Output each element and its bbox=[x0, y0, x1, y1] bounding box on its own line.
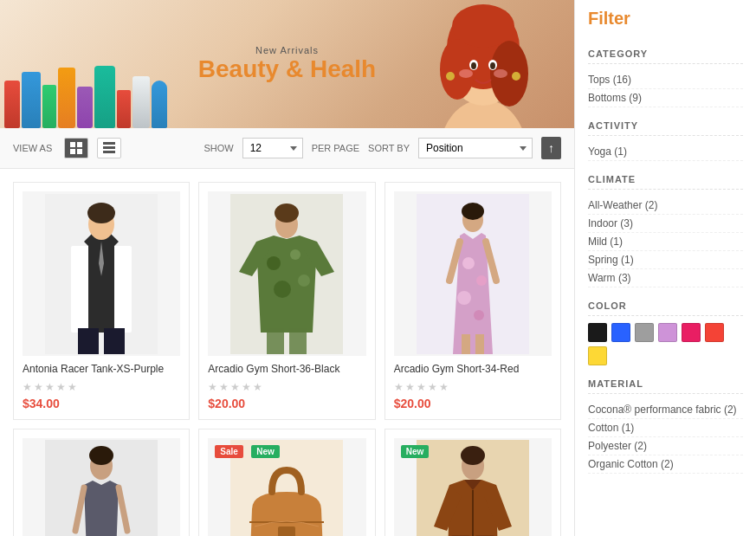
product-card: New bbox=[384, 429, 561, 536]
svg-rect-55 bbox=[278, 526, 295, 536]
filter-item[interactable]: Tops (16) bbox=[588, 71, 743, 89]
svg-rect-26 bbox=[78, 328, 99, 354]
product-stars: ★★ ★★ ★ bbox=[208, 381, 365, 393]
svg-point-11 bbox=[446, 72, 455, 81]
product-image[interactable] bbox=[208, 191, 365, 356]
color-swatch-gray[interactable] bbox=[635, 323, 654, 342]
list-view-button[interactable] bbox=[97, 138, 121, 158]
svg-point-34 bbox=[298, 274, 310, 287]
product-name: Antonia Racer Tank-XS-Purple bbox=[23, 363, 180, 377]
product-card: Sale New bbox=[198, 429, 375, 536]
banner-subtitle: New Arrivals bbox=[198, 45, 376, 55]
svg-point-6 bbox=[452, 4, 514, 48]
banner-model bbox=[410, 0, 557, 128]
product-card: Arcadio Gym Short-36-Black ★★ ★★ ★ $20.0… bbox=[198, 182, 375, 420]
filter-item[interactable]: Yoga (1) bbox=[588, 143, 743, 161]
svg-rect-47 bbox=[475, 334, 484, 354]
sort-direction-button[interactable]: ↑ bbox=[541, 137, 561, 159]
svg-rect-35 bbox=[267, 328, 284, 354]
filter-section-material: MATERIAL Cocona® performance fabric (2) … bbox=[588, 378, 743, 474]
svg-point-14 bbox=[494, 69, 507, 78]
sort-select[interactable]: PositionNamePrice - Low to HighPrice - H… bbox=[418, 138, 533, 158]
svg-point-58 bbox=[461, 446, 485, 465]
product-price: $20.00 bbox=[394, 397, 552, 410]
color-grid bbox=[588, 323, 743, 365]
sidebar-filter: Filter CATEGORY Tops (16) Bottoms (9) AC… bbox=[574, 0, 756, 536]
svg-point-13 bbox=[459, 69, 473, 78]
sort-by-label: SORT BY bbox=[368, 143, 410, 153]
filter-item[interactable]: Organic Cotton (2) bbox=[588, 455, 743, 474]
banner-products bbox=[4, 66, 167, 128]
sale-badge: Sale bbox=[215, 445, 243, 458]
banner-title: Beauty & Healh bbox=[198, 55, 376, 83]
svg-point-40 bbox=[462, 257, 475, 269]
svg-point-39 bbox=[462, 203, 484, 220]
filter-item[interactable]: Warm (3) bbox=[588, 269, 743, 287]
svg-point-42 bbox=[457, 291, 471, 305]
climate-section-title: CLIMATE bbox=[588, 174, 743, 190]
color-swatch-purple[interactable] bbox=[658, 323, 677, 342]
svg-point-12 bbox=[512, 72, 520, 81]
svg-rect-15 bbox=[70, 142, 75, 147]
svg-rect-20 bbox=[103, 146, 115, 149]
svg-point-32 bbox=[290, 249, 300, 260]
product-name: Arcadio Gym Short-36-Black bbox=[208, 363, 365, 377]
filter-item[interactable]: All-Weather (2) bbox=[588, 197, 743, 215]
filter-item[interactable]: Indoor (3) bbox=[588, 215, 743, 233]
svg-point-50 bbox=[89, 446, 113, 465]
svg-rect-18 bbox=[77, 149, 82, 154]
product-image[interactable]: New bbox=[394, 438, 552, 536]
banner-text: New Arrivals Beauty & Healh bbox=[198, 45, 376, 83]
product-image[interactable] bbox=[394, 191, 552, 356]
product-price: $34.00 bbox=[23, 397, 180, 410]
category-section-title: CATEGORY bbox=[588, 48, 743, 64]
svg-point-43 bbox=[474, 310, 484, 320]
filter-item[interactable]: Cotton (1) bbox=[588, 419, 743, 437]
color-swatch-blue[interactable] bbox=[611, 323, 630, 342]
svg-rect-46 bbox=[462, 334, 470, 354]
product-stars: ★★ ★★ ★ bbox=[23, 381, 180, 393]
color-swatch-black[interactable] bbox=[588, 323, 607, 342]
svg-point-25 bbox=[87, 203, 115, 223]
filter-title: Filter bbox=[588, 9, 743, 36]
svg-rect-16 bbox=[77, 142, 82, 147]
filter-section-color: COLOR bbox=[588, 300, 743, 365]
show-select[interactable]: 1262436 bbox=[242, 138, 303, 158]
svg-rect-27 bbox=[104, 328, 125, 354]
color-section-title: COLOR bbox=[588, 300, 743, 316]
product-image[interactable] bbox=[23, 438, 180, 536]
color-swatch-yellow[interactable] bbox=[588, 346, 607, 365]
svg-point-10 bbox=[490, 62, 495, 69]
product-card: Arcadio Gym Short-34-Red ★★ ★★ ★ $20.00 bbox=[384, 182, 561, 420]
product-card: Antonia Racer Tank-XS-Purple ★★ ★★ ★ $34… bbox=[13, 182, 190, 420]
color-swatch-red[interactable] bbox=[705, 323, 724, 342]
view-as-label: VIEW AS bbox=[13, 143, 52, 153]
svg-point-33 bbox=[274, 281, 291, 298]
product-image[interactable] bbox=[23, 191, 180, 356]
material-section-title: MATERIAL bbox=[588, 378, 743, 394]
svg-point-9 bbox=[471, 62, 476, 69]
grid-view-button[interactable] bbox=[64, 138, 88, 158]
filter-section-category: CATEGORY Tops (16) Bottoms (9) bbox=[588, 48, 743, 107]
toolbar: VIEW AS SHOW 1262436 PER PAGE SORT BY bbox=[0, 128, 574, 169]
banner: New Arrivals Beauty & Healh bbox=[0, 0, 574, 128]
product-name: Arcadio Gym Short-34-Red bbox=[394, 363, 552, 377]
activity-section-title: ACTIVITY bbox=[588, 120, 743, 136]
product-image[interactable]: Sale New bbox=[208, 438, 365, 536]
svg-point-41 bbox=[476, 275, 487, 286]
filter-item[interactable]: Mild (1) bbox=[588, 233, 743, 251]
product-card: ★★ ★★ ★ bbox=[13, 429, 190, 536]
color-swatch-pink[interactable] bbox=[682, 323, 701, 342]
svg-rect-36 bbox=[289, 328, 307, 354]
svg-point-4 bbox=[440, 39, 475, 100]
product-grid: Antonia Racer Tank-XS-Purple ★★ ★★ ★ $34… bbox=[0, 169, 574, 536]
svg-rect-19 bbox=[103, 142, 115, 145]
filter-item[interactable]: Bottoms (9) bbox=[588, 89, 743, 107]
filter-item[interactable]: Spring (1) bbox=[588, 251, 743, 269]
filter-item[interactable]: Cocona® performance fabric (2) bbox=[588, 401, 743, 419]
filter-item[interactable]: Polyester (2) bbox=[588, 437, 743, 455]
per-page-label: PER PAGE bbox=[312, 143, 359, 153]
show-label: SHOW bbox=[204, 143, 233, 153]
svg-rect-21 bbox=[103, 151, 115, 153]
new-badge: New bbox=[251, 445, 280, 458]
